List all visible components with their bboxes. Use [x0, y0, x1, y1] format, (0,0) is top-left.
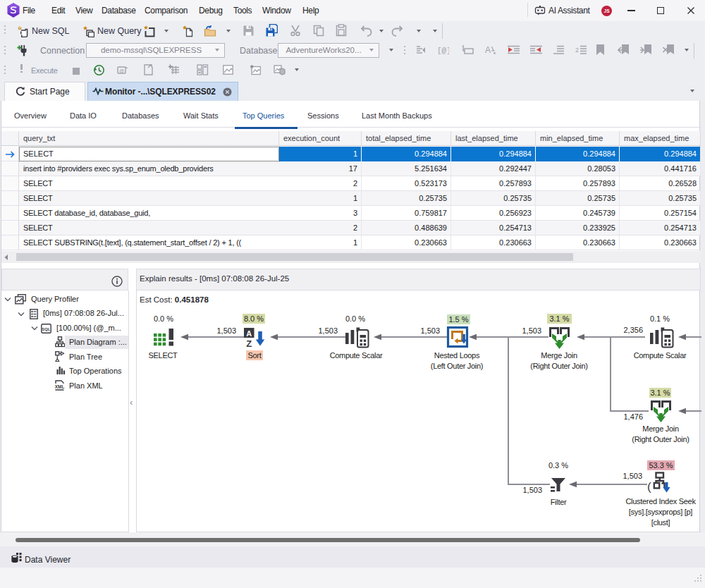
- svg-text:JS: JS: [604, 8, 611, 13]
- svg-text:Z: Z: [246, 338, 252, 349]
- svg-text:@: @: [119, 68, 124, 73]
- svg-text:A: A: [246, 329, 252, 338]
- svg-text:2: 2: [575, 47, 579, 54]
- svg-text:[@]: [@]: [437, 47, 449, 55]
- svg-text:(: (: [647, 480, 651, 494]
- svg-text:A: A: [485, 45, 491, 55]
- svg-text:SQL: SQL: [42, 327, 51, 331]
- svg-text:XML: XML: [55, 384, 65, 389]
